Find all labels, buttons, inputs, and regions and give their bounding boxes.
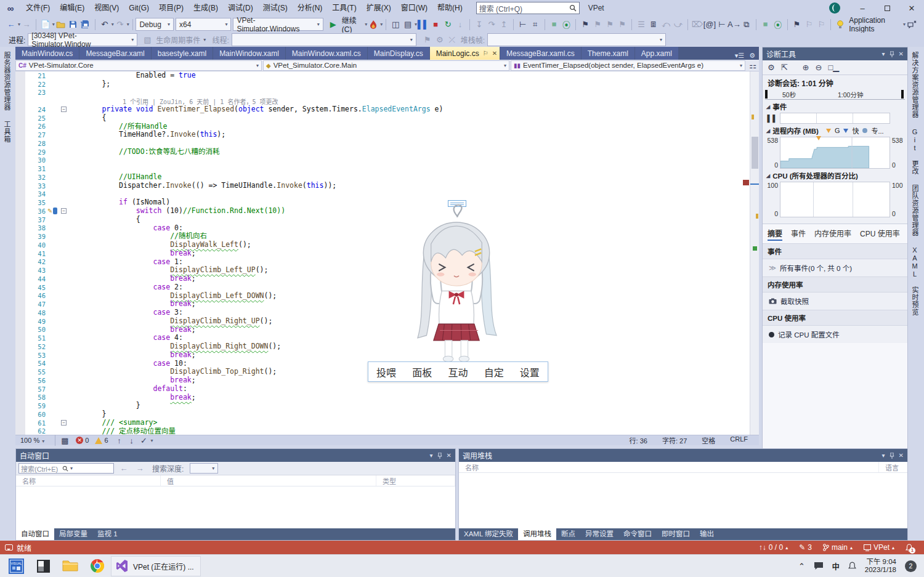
callstack-dropdown-icon[interactable]: ▾ <box>882 452 885 459</box>
document-tab-App.xaml[interactable]: App.xaml <box>635 47 678 60</box>
column-type[interactable]: 类型 <box>376 475 455 486</box>
member-dropdown[interactable]: ▮▮ EventTimer_Elapsed(object sender, Ela… <box>511 60 745 71</box>
hot-path-icon[interactable]: ⌗ <box>529 18 541 31</box>
document-tab-MainWindow.cs[interactable]: MainWindow.cs <box>15 47 79 60</box>
callstack-tab-2[interactable]: 断点 <box>556 527 580 540</box>
diag-tab-2[interactable]: 内存使用率 <box>814 228 851 241</box>
code-text[interactable]: case 4: <box>68 334 183 342</box>
events-track[interactable] <box>780 113 890 124</box>
callstack-close-icon[interactable]: ✕ <box>899 452 904 459</box>
code-line[interactable]: 41 break; <box>25 249 750 258</box>
pet-menu-item-1[interactable]: 面板 <box>408 363 436 381</box>
code-text[interactable]: DisplayClimb_Right_UP(); <box>68 317 272 326</box>
callstack-body[interactable] <box>459 473 907 528</box>
project-dropdown[interactable]: C# VPet-Simulator.Core▾ <box>15 60 262 71</box>
console-window-icon[interactable]: ▤ <box>402 18 414 31</box>
events-section-header[interactable]: ◢事件 <box>763 100 907 113</box>
code-line[interactable]: 57 default: <box>25 385 750 393</box>
close-tab-icon[interactable]: ✕ <box>492 50 497 57</box>
menu-item-9[interactable]: 工具(T) <box>327 0 361 16</box>
break-all-icon[interactable]: ▌▌ <box>417 18 429 31</box>
code-text[interactable]: break; <box>68 393 196 402</box>
hot-reload-dropdown[interactable]: ▾ <box>380 22 383 27</box>
code-text[interactable]: } <box>68 401 140 410</box>
code-text[interactable]: } <box>68 410 106 419</box>
health-indicator-icon[interactable]: ▩ <box>59 436 71 445</box>
tray-ime-indicator[interactable]: 中 <box>832 561 840 571</box>
code-text[interactable]: break; <box>68 275 196 283</box>
diag-settings-icon[interactable]: ⚙ <box>768 63 775 72</box>
code-analysis-dropdown[interactable]: ▾ <box>151 438 153 443</box>
code-line[interactable]: 39 //随机向右 <box>25 232 750 241</box>
pet-menu-item-2[interactable]: 互动 <box>444 363 471 381</box>
tray-chevron-icon[interactable]: ⌃ <box>798 562 805 571</box>
callstack-pin-icon[interactable] <box>890 453 894 459</box>
diag-tab-3[interactable]: CPU 使用率 <box>860 228 900 241</box>
search-prev-icon[interactable]: ← <box>118 462 130 475</box>
lifecycle-dropdown[interactable]: ▾ <box>203 37 206 42</box>
code-line[interactable]: 50 break; <box>25 326 750 334</box>
step-into-icon[interactable]: ↧ <box>473 18 485 31</box>
flag-prev-icon[interactable]: ⚐ <box>803 18 815 31</box>
cleanup-icon[interactable]: ⦿ <box>772 18 784 31</box>
callstack-tab-5[interactable]: 即时窗口 <box>657 527 695 540</box>
menu-item-5[interactable]: 生成(B) <box>188 0 223 16</box>
document-list-icon[interactable]: ▾☰ <box>735 52 744 60</box>
code-line[interactable]: 26 //所有Handle <box>25 123 750 131</box>
platform-combo[interactable]: x64▾ <box>176 18 231 31</box>
code-text[interactable]: case 3: <box>68 309 183 317</box>
line-ending-indicator[interactable]: CRLF <box>723 435 755 445</box>
code-line[interactable]: 40 DisplayWalk_Left(); <box>25 241 750 249</box>
code-line[interactable]: 44 break; <box>25 275 750 283</box>
caret-line-indicator[interactable]: 行: 36 <box>622 435 655 445</box>
callstack-tab-0[interactable]: XAML 绑定失败 <box>459 527 518 540</box>
code-line[interactable]: 52 DisplayClimb_Right_DOWN(); <box>25 342 750 351</box>
code-text[interactable]: DisplayWalk_Left(); <box>68 241 251 249</box>
code-line[interactable]: 38 case 0: <box>25 224 750 233</box>
menu-item-7[interactable]: 测试(S) <box>258 0 293 16</box>
code-line[interactable]: 42 case 1: <box>25 258 750 267</box>
feedback-bubble-icon[interactable] <box>5 544 13 551</box>
code-line[interactable]: 34 <box>25 190 750 199</box>
run-tests-icon[interactable]: ≡ <box>548 18 560 31</box>
code-text[interactable]: case 1: <box>68 258 183 267</box>
split-editor-icon[interactable]: ⚏ <box>747 60 759 71</box>
navigate-forward-icon[interactable]: → <box>20 18 33 31</box>
code-text[interactable]: //所有Handle <box>68 123 167 131</box>
bookmark-icon[interactable]: ⚑ <box>579 18 591 31</box>
code-text[interactable]: break; <box>68 249 196 258</box>
memory-section-header[interactable]: ◢进程内存 (MB) G 快 专... <box>763 124 907 137</box>
code-text[interactable]: { <box>68 114 106 123</box>
pin-icon[interactable] <box>890 51 894 57</box>
code-text[interactable]: //UIHandle <box>68 173 161 182</box>
autos-tab-1[interactable]: 局部变量 <box>54 527 92 540</box>
code-line[interactable]: 27 TimeHandle?.Invoke(this); <box>25 131 750 139</box>
code-text[interactable]: DisplayClimb_Left_DOWN(); <box>68 292 277 301</box>
rename-icon[interactable]: A→ <box>728 18 740 31</box>
right-strip-tab-3[interactable]: XAML 实时预览 <box>908 241 922 321</box>
save-all-icon[interactable] <box>79 18 92 31</box>
taskbar-vpet-running-item[interactable]: VPet (正在运行) ... <box>111 556 201 576</box>
configuration-combo[interactable]: Debug▾ <box>136 18 174 31</box>
autos-dropdown-icon[interactable]: ▾ <box>430 452 433 459</box>
scrollbar-thumb[interactable] <box>752 137 758 169</box>
notification-count-badge[interactable]: 2 <box>905 560 917 572</box>
autos-tab-0[interactable]: 自动窗口 <box>16 527 54 540</box>
document-tab-MessageBar.xaml[interactable]: MessageBar.xaml <box>79 47 150 60</box>
all-events-link[interactable]: ≫所有事件(0 个, 共 0 个) <box>763 259 907 276</box>
stop-debugging-icon[interactable]: ■ <box>429 18 442 31</box>
undo-icon[interactable]: ↶ <box>99 18 111 31</box>
code-text[interactable]: //TODO:饮食等乱七八糟的消耗 <box>68 148 220 156</box>
indentation-indicator[interactable]: 空格 <box>694 435 723 445</box>
code-analysis-icon[interactable]: ✓ <box>138 434 150 447</box>
code-text[interactable]: DisplayClimb_Top_Right(); <box>68 368 277 376</box>
type-dropdown[interactable]: ◆ VPet_Simulator.Core.Main▾ <box>263 60 509 71</box>
search-next-icon[interactable]: → <box>134 462 146 475</box>
startup-project-combo[interactable]: VPet-Simulator.Windows▾ <box>233 18 323 31</box>
code-text[interactable]: case 10: <box>68 360 187 368</box>
document-tab-basestyle.xaml[interactable]: basestyle.xaml <box>152 47 213 60</box>
document-tab-Theme.xaml[interactable]: Theme.xaml <box>582 47 634 60</box>
git-sync-indicator[interactable]: ↑↓0 / 0▴ <box>759 543 788 552</box>
close-panel-icon[interactable]: ✕ <box>899 50 904 57</box>
navigate-backward-alt-icon[interactable]: ⤺ <box>660 18 672 31</box>
